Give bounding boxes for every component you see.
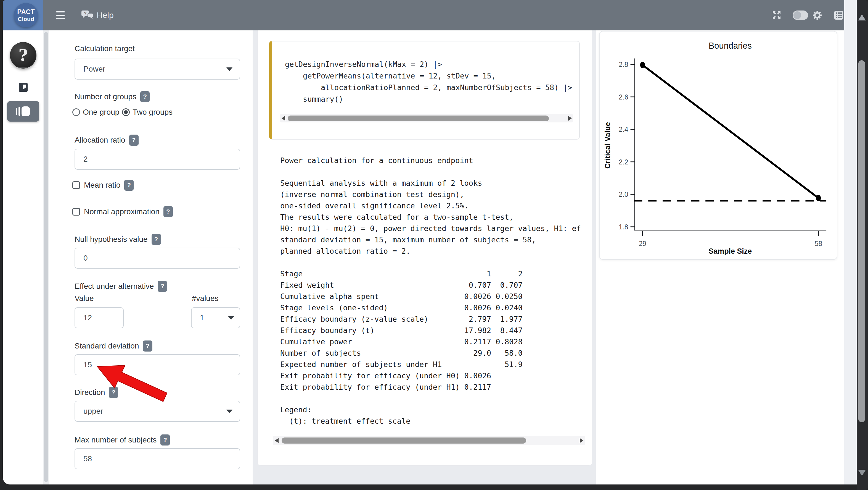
boundaries-chart-svg: BoundariesSample SizeCritical Value1.82.… — [600, 31, 837, 259]
calculation-target-label-row: Calculation target — [74, 44, 135, 53]
effect-nvalues-label: #values — [192, 294, 219, 303]
svg-text:58: 58 — [815, 240, 823, 247]
logo-line1: PACT — [17, 8, 35, 16]
red-annotation-arrow-icon — [94, 358, 171, 405]
mean-ratio-checkbox[interactable] — [72, 181, 80, 189]
max-subjects-label-row: Max number of subjects ? — [74, 434, 170, 445]
code-hscrollbar-thumb[interactable] — [288, 116, 549, 121]
effect-value-label-row: Value — [74, 294, 94, 303]
allocation-ratio-input[interactable]: 2 — [74, 149, 240, 170]
effect-nvalues-select[interactable]: 1 — [191, 307, 240, 328]
svg-text:2.4: 2.4 — [619, 125, 628, 133]
help-badge-icon[interactable]: ? — [129, 135, 138, 146]
pact-cloud-logo-icon: PACT Cloud — [14, 3, 38, 27]
mean-ratio-label: Mean ratio — [84, 181, 120, 190]
scroll-left-icon[interactable] — [282, 116, 285, 121]
normal-approximation-row: Normal approximation ? — [72, 206, 173, 217]
number-of-groups-label: Number of groups — [74, 92, 136, 101]
calculation-target-label: Calculation target — [74, 44, 135, 53]
null-hypothesis-label-row: Null hypothesis value ? — [74, 234, 161, 245]
scroll-right-icon[interactable] — [568, 116, 572, 121]
radio-one-group[interactable] — [72, 108, 80, 116]
page-vscrollbar-thumb[interactable] — [858, 60, 865, 422]
svg-text:1.8: 1.8 — [619, 223, 628, 231]
effect-value-input[interactable]: 12 — [74, 307, 124, 328]
svg-text:2.6: 2.6 — [619, 93, 628, 101]
number-of-groups-label-row: Number of groups ? — [74, 91, 150, 102]
code-text: getDesignInverseNormal(kMax = 2) |> getP… — [285, 59, 577, 108]
effect-nvalues-label-row: #values — [192, 294, 219, 303]
svg-text:2.0: 2.0 — [619, 191, 628, 198]
help-badge-icon[interactable]: ? — [143, 341, 152, 351]
allocation-ratio-label-row: Allocation ratio ? — [74, 135, 138, 146]
output-hscrollbar-thumb[interactable] — [282, 437, 526, 443]
help-badge-icon[interactable]: ? — [158, 281, 167, 292]
max-subjects-label: Max number of subjects — [74, 436, 157, 444]
form-scrollbar-thumb[interactable] — [44, 32, 48, 482]
scroll-right-icon[interactable] — [580, 438, 583, 443]
standard-deviation-label: Standard deviation — [74, 342, 139, 350]
avatar-question-glyph: ? — [19, 46, 28, 65]
effect-alternative-label: Effect under alternative — [74, 282, 154, 291]
chevron-down-icon — [228, 316, 234, 320]
radio-two-groups[interactable] — [122, 108, 130, 116]
standard-deviation-value: 15 — [83, 361, 92, 369]
effect-nvalues-value: 1 — [200, 313, 204, 322]
radio-one-group-label: One group — [83, 108, 119, 117]
scroll-down-icon[interactable] — [858, 470, 866, 476]
help-badge-icon[interactable]: ? — [140, 91, 150, 102]
sidebar-item-flip-icon[interactable] — [19, 83, 28, 92]
effect-value: 12 — [83, 313, 92, 322]
null-hypothesis-input[interactable]: 0 — [74, 248, 240, 269]
sidebar — [3, 30, 43, 485]
boundaries-chart-card: BoundariesSample SizeCritical Value1.82.… — [599, 31, 837, 260]
help-badge-icon[interactable]: ? — [152, 234, 161, 245]
calculation-target-value: Power — [83, 65, 105, 74]
mean-ratio-row: Mean ratio ? — [72, 180, 134, 191]
app-window: PACT Cloud ? Help — [0, 0, 868, 490]
svg-text:Boundaries: Boundaries — [709, 41, 752, 51]
normal-approximation-label: Normal approximation — [84, 207, 160, 216]
svg-text:2.2: 2.2 — [619, 158, 628, 166]
allocation-ratio-value: 2 — [83, 155, 88, 164]
settings-gear-icon[interactable] — [812, 10, 822, 20]
svg-text:2.8: 2.8 — [619, 60, 628, 68]
standard-deviation-label-row: Standard deviation ? — [74, 341, 152, 351]
effect-value-label: Value — [74, 294, 94, 303]
help-badge-icon[interactable]: ? — [124, 180, 134, 191]
scrollbar-gutter — [844, 0, 857, 485]
sidebar-divider — [11, 67, 36, 67]
null-hypothesis-label: Null hypothesis value — [74, 235, 148, 244]
effect-alternative-label-row: Effect under alternative ? — [74, 281, 167, 292]
chevron-down-icon — [226, 67, 232, 71]
radio-two-groups-label: Two groups — [132, 108, 173, 117]
svg-text:29: 29 — [639, 240, 646, 247]
help-label: Help — [97, 10, 114, 20]
max-subjects-input[interactable]: 58 — [74, 448, 240, 469]
app-logo[interactable]: PACT Cloud — [3, 0, 43, 30]
sidebar-item-selected[interactable] — [7, 101, 39, 122]
svg-text:?: ? — [84, 11, 87, 16]
top-bar — [3, 0, 844, 30]
max-subjects-value: 58 — [83, 454, 92, 463]
null-hypothesis-value: 0 — [83, 254, 88, 263]
avatar[interactable]: ? — [10, 42, 36, 68]
normal-approximation-checkbox[interactable] — [72, 208, 80, 215]
apps-grid-icon[interactable] — [834, 10, 844, 20]
chevron-down-icon — [226, 410, 232, 413]
fullscreen-expand-icon[interactable] — [772, 10, 782, 20]
output-text: Power calculation for a continuous endpo… — [280, 155, 581, 434]
help-button[interactable]: ? Help — [81, 8, 114, 22]
svg-text:Sample Size: Sample Size — [708, 247, 752, 255]
help-badge-icon[interactable]: ? — [163, 206, 173, 217]
theme-toggle[interactable] — [793, 10, 808, 20]
direction-value: upper — [83, 407, 103, 416]
help-badge-icon[interactable]: ? — [160, 434, 170, 445]
scroll-left-icon[interactable] — [275, 438, 279, 443]
menu-hamburger-icon[interactable] — [56, 11, 65, 19]
calculation-target-select[interactable]: Power — [74, 59, 240, 80]
scroll-up-icon[interactable] — [858, 15, 866, 21]
number-of-groups-radio-row: One group Two groups — [72, 108, 173, 117]
toggle-knob-icon — [794, 11, 801, 19]
allocation-ratio-label: Allocation ratio — [74, 136, 125, 145]
